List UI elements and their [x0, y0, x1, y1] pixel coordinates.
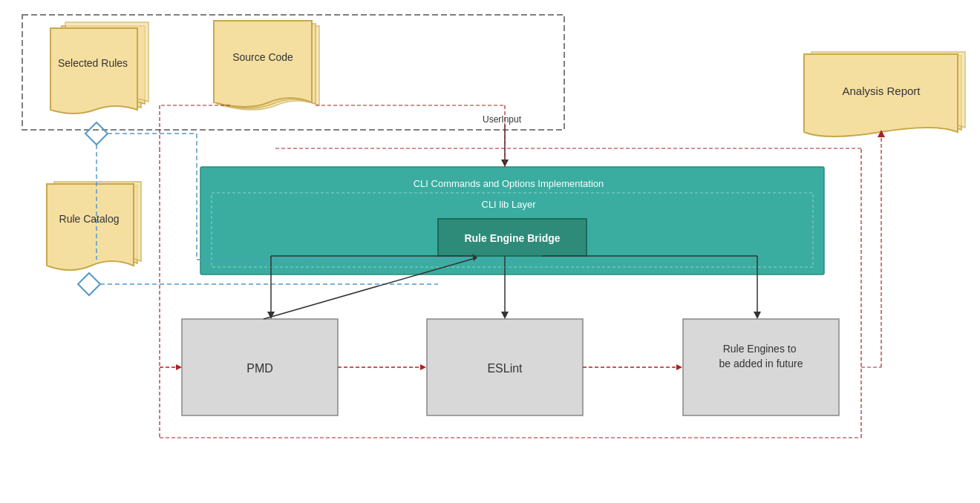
svg-marker-25 [420, 364, 426, 370]
eslint-label: ESLint [487, 362, 523, 375]
cli-commands-label: CLI Commands and Options Implementation [414, 178, 604, 189]
selected-rules-label: Selected Rules [58, 57, 128, 69]
pmd-label: PMD [246, 362, 273, 375]
user-input-label: UserInput [483, 114, 522, 125]
svg-marker-27 [676, 364, 682, 370]
cli-lib-label: CLI lib Layer [482, 199, 537, 210]
rule-engine-bridge-label: Rule Engine Bridge [464, 232, 560, 244]
svg-marker-21 [754, 312, 761, 319]
svg-marker-41 [176, 364, 182, 370]
analysis-report-label: Analysis Report [842, 85, 921, 97]
source-code-label: Source Code [232, 51, 293, 63]
rule-catalog-label: Rule Catalog [59, 213, 120, 225]
selected-rules-diamond [85, 122, 108, 145]
svg-marker-18 [501, 312, 509, 319]
rule-catalog-diamond [78, 273, 100, 295]
